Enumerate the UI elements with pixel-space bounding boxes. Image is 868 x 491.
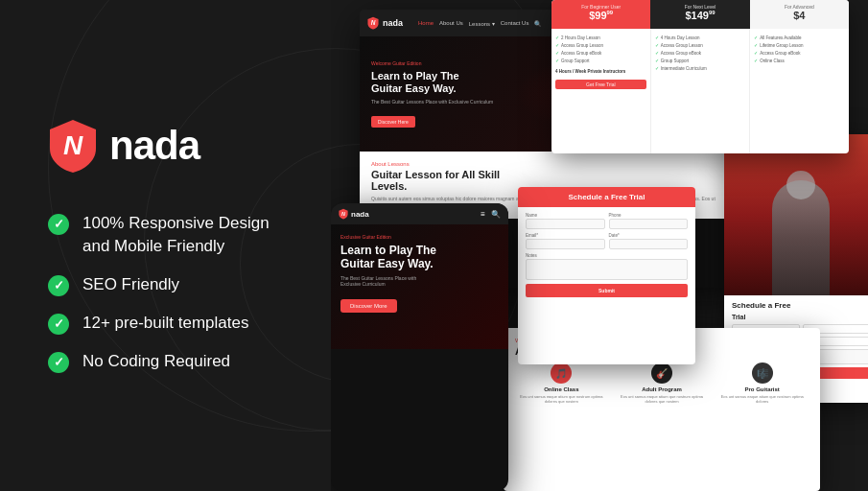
mini-hero-title: Learn to Play TheGuitar Easy Way. [371,70,493,95]
bottom-cards: 🎵 Online Class Eos unt samus eaque atium… [515,362,809,404]
mobile-logo: N nada [339,208,369,220]
extra-card-icon: 🎼 [752,362,773,384]
guitar-person-image [724,134,868,295]
logo-area: N nada [48,118,336,174]
check-icon [48,214,69,235]
pricing-header: For Beginner User $9999 For Next Level $… [551,0,849,29]
mini-hero-btn[interactable]: Discover Here [371,116,415,128]
pricing-features-next: ✓4 Hours Day Lesson ✓Access Group Lesson… [651,29,751,153]
adult-program-icon: 🎸 [651,362,672,384]
mobile-nav: N nada ≡ 🔍 [331,203,508,224]
pricing-col-beginner: For Beginner User $9999 [551,0,650,29]
online-class-icon: 🎵 [551,362,572,384]
logo-shield-icon: N [48,118,98,174]
mini-hero-subtitle: Welcome Guitar Edition [371,60,493,66]
feature-responsive-text: 100% Responsive Designand Mobile Friendl… [82,212,270,258]
form-submit-button[interactable]: Submit [526,284,688,297]
screenshot-pricing: For Beginner User $9999 For Next Level $… [551,0,849,153]
left-panel: N nada 100% Responsive Designand Mobile … [0,0,384,491]
bottom-card-extra: 🎼 Pro Guitarist Eos unt samus eaque atiu… [716,362,809,404]
extra-card-desc: Eos unt samus eaque atium que nostrum op… [716,394,809,404]
svg-text:N: N [371,19,376,26]
mini-logo-text: nada [383,18,403,28]
extra-card-title: Pro Guitarist [745,386,780,392]
mobile-hero-desc: The Best Guitar Lessons Place withExclus… [340,275,499,287]
feature-responsive: 100% Responsive Designand Mobile Friendl… [48,212,336,258]
feature-templates: 12+ pre-built templates [48,312,336,335]
mobile-search-icon[interactable]: 🔍 [491,210,501,219]
mobile-hero-title: Learn to Play TheGuitar Easy Way. [340,244,499,271]
feature-seo: SEO Friendly [48,273,336,296]
online-class-desc: Eos unt samus eaque atium que nostrum op… [515,394,608,404]
adult-program-title: Adult Program [642,386,682,392]
screenshot-form: Schedule a Free Trial Name Phone Email* [518,187,695,364]
mini-nav-links: Home About Us Lessons ▾ Contact Us 🔍 [418,20,541,27]
adult-program-desc: Eos unt samus eaque atium que nostrum op… [616,394,709,404]
bottom-card-online: 🎵 Online Class Eos unt samus eaque atium… [515,362,608,404]
right-panel: For Beginner User $9999 For Next Level $… [331,0,868,491]
pricing-col-next: For Next Level $14999 [650,0,749,29]
mini-logo: N nada [367,16,403,30]
check-icon-4 [48,352,69,373]
lesson-subtitle: About Lessons [371,161,732,167]
screenshot-mobile: N nada ≡ 🔍 Exclusive Guitar Edition Lear… [331,203,508,491]
feature-nocoding-text: No Coding Required [82,350,230,373]
feature-nocoding: No Coding Required [48,350,336,373]
pricing-features-beginner: ✓2 Hours Day Lesson ✓Access Group Lesson… [551,29,651,153]
bottom-card-adult: 🎸 Adult Program Eos unt samus eaque atiu… [616,362,709,404]
online-class-title: Online Class [544,386,578,392]
mobile-menu-icon[interactable]: ≡ [481,210,485,219]
svg-text:N: N [341,211,345,217]
pricing-features-advanced: ✓All Features Available ✓Lifetime Group … [750,29,849,153]
form-title: Schedule a Free Trial [518,187,695,207]
mobile-logo-text: nada [351,210,369,219]
check-icon-3 [48,314,69,335]
mini-hero-desc: The Best Guitar Lessons Place with Exclu… [371,99,493,105]
feature-seo-text: SEO Friendly [82,273,179,296]
features-list: 100% Responsive Designand Mobile Friendl… [48,212,336,373]
right-form-title: Schedule a Free [732,301,868,310]
brand-name: nada [109,123,199,169]
check-icon-2 [48,275,69,296]
mobile-hero: Exclusive Guitar Edition Learn to Play T… [331,224,508,349]
feature-templates-text: 12+ pre-built templates [82,312,248,335]
mobile-hero-subtitle: Exclusive Guitar Edition [340,234,499,240]
svg-text:N: N [63,130,83,160]
mobile-hero-btn[interactable]: Discover More [340,299,397,313]
form-body: Name Phone Email* Date* [518,207,695,303]
pricing-col-advanced: For Advanced $4 [750,0,849,29]
